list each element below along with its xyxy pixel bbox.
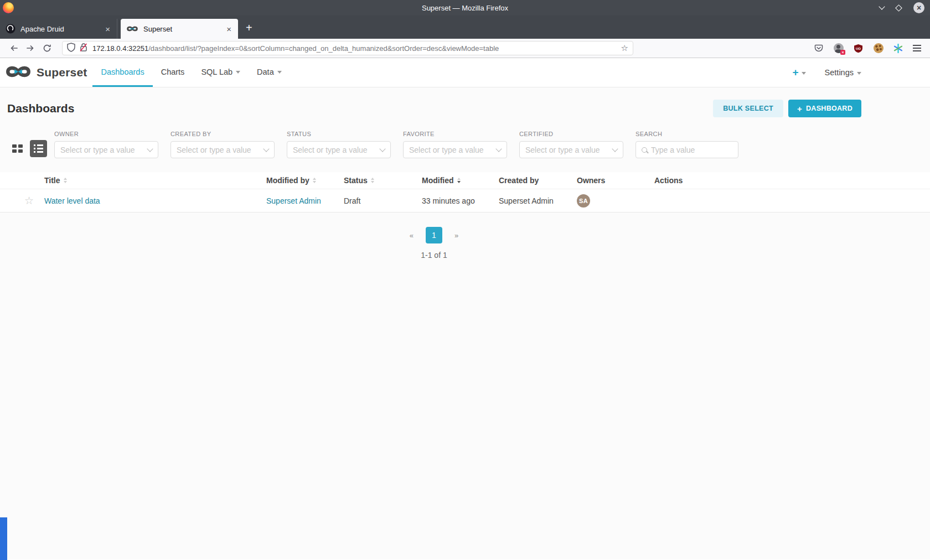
page-title: Dashboards xyxy=(7,102,74,115)
dashboards-table: Title Modified by Status Modified Create… xyxy=(0,172,930,212)
column-header-owners: Owners xyxy=(577,176,654,185)
pagination-count: 1-1 of 1 xyxy=(421,251,447,260)
sort-desc-icon xyxy=(457,178,461,183)
profile-extension-icon[interactable]: × xyxy=(833,43,844,54)
modified-cell: 33 minutes ago xyxy=(422,196,499,205)
table-row: ☆ Water level data Superset Admin Draft … xyxy=(0,189,930,212)
modified-by-link[interactable]: Superset Admin xyxy=(266,196,321,205)
certified-filter-select[interactable] xyxy=(519,141,623,158)
reload-icon[interactable] xyxy=(39,41,55,55)
plus-icon: + xyxy=(792,66,798,79)
status-cell: Draft xyxy=(344,196,422,205)
owner-filter-select[interactable] xyxy=(54,141,158,158)
card-view-icon xyxy=(12,144,23,153)
chevron-down-icon xyxy=(236,71,240,74)
search-icon xyxy=(642,147,647,153)
created-by-filter-select[interactable] xyxy=(170,141,275,158)
tracking-shield-icon[interactable] xyxy=(67,43,75,54)
nav-dashboards[interactable]: Dashboards xyxy=(92,58,152,87)
url-bar[interactable]: 172.18.0.4:32251/dashboard/list/?pageInd… xyxy=(62,41,633,55)
window-maximize-icon[interactable] xyxy=(895,4,902,12)
filter-label-favorite: FAVORITE xyxy=(403,131,507,137)
nav-label: Data xyxy=(257,68,274,76)
window-minimize-icon[interactable] xyxy=(879,3,885,9)
menu-icon[interactable] xyxy=(913,45,921,51)
superset-navbar: Superset Dashboards Charts SQL Lab Data … xyxy=(0,58,930,87)
tab-close-icon[interactable]: × xyxy=(104,24,111,34)
ublock-origin-icon[interactable]: UO xyxy=(853,43,864,54)
nav-label: Charts xyxy=(161,68,185,76)
sort-icon xyxy=(371,178,374,183)
chevron-down-icon xyxy=(857,72,861,75)
filter-label-created-by: CREATED BY xyxy=(170,131,275,137)
filter-label-certified: CERTIFIED xyxy=(519,131,623,137)
druid-favicon-icon xyxy=(6,24,16,34)
table-header-row: Title Modified by Status Modified Create… xyxy=(0,172,930,189)
new-tab-button[interactable]: + xyxy=(238,22,260,39)
pagination-page-1[interactable]: 1 xyxy=(426,227,442,243)
window-titlebar: Superset — Mozilla Firefox × xyxy=(0,0,930,15)
tab-title: Superset xyxy=(143,25,225,33)
pagination-prev-button[interactable]: « xyxy=(410,231,414,240)
tab-superset[interactable]: Superset × xyxy=(121,19,238,39)
pagination-next-button[interactable]: » xyxy=(454,231,458,240)
search-box[interactable] xyxy=(636,141,738,158)
tab-close-icon[interactable]: × xyxy=(225,24,232,34)
column-label: Title xyxy=(44,176,60,185)
column-header-status[interactable]: Status xyxy=(344,176,422,185)
nav-data[interactable]: Data xyxy=(249,58,290,87)
svg-text:UO: UO xyxy=(856,46,861,50)
list-view-toggle[interactable] xyxy=(30,140,47,157)
settings-menu[interactable]: Settings xyxy=(825,68,861,77)
superset-favicon-icon xyxy=(126,25,138,33)
chevron-down-icon xyxy=(277,71,282,74)
asterisk-extension-icon[interactable] xyxy=(893,43,903,54)
insecure-lock-icon[interactable] xyxy=(79,43,88,54)
status-filter-input[interactable] xyxy=(293,146,380,154)
bulk-select-button[interactable]: BULK SELECT xyxy=(713,100,783,117)
brand-name: Superset xyxy=(37,66,87,79)
forward-icon[interactable] xyxy=(22,41,39,55)
chevron-down-icon xyxy=(612,146,618,152)
column-label: Status xyxy=(344,176,368,185)
sort-icon xyxy=(313,178,316,183)
nav-charts[interactable]: Charts xyxy=(153,58,193,87)
new-dashboard-button[interactable]: + DASHBOARD xyxy=(788,100,861,117)
column-label: Modified xyxy=(422,176,454,185)
created-by-filter-input[interactable] xyxy=(177,146,264,154)
column-header-modified-by[interactable]: Modified by xyxy=(266,176,344,185)
favorite-filter-select[interactable] xyxy=(403,141,507,158)
pocket-icon[interactable] xyxy=(813,43,824,54)
owner-filter-input[interactable] xyxy=(60,146,148,154)
nav-label: SQL Lab xyxy=(201,68,232,76)
status-filter-select[interactable] xyxy=(287,141,391,158)
plus-icon: + xyxy=(797,104,802,113)
url-text: 172.18.0.4:32251/dashboard/list/?pageInd… xyxy=(92,44,621,53)
new-item-button[interactable]: + xyxy=(792,66,805,79)
chevron-down-icon xyxy=(147,146,153,152)
window-close-icon[interactable]: × xyxy=(913,2,924,13)
column-label: Created by xyxy=(499,176,539,185)
list-view-icon xyxy=(34,144,43,153)
column-header-title[interactable]: Title xyxy=(44,176,266,185)
bookmark-star-icon[interactable]: ☆ xyxy=(621,43,628,53)
cookie-extension-icon[interactable] xyxy=(873,43,884,54)
search-input[interactable] xyxy=(651,146,732,154)
favorite-star-icon[interactable]: ☆ xyxy=(24,195,34,206)
window-title: Superset — Mozilla Firefox xyxy=(0,4,930,12)
created-by-cell: Superset Admin xyxy=(499,196,577,205)
tab-apache-druid[interactable]: Apache Druid × xyxy=(0,19,117,39)
favorite-filter-input[interactable] xyxy=(409,146,497,154)
back-icon[interactable] xyxy=(6,41,22,55)
column-header-modified[interactable]: Modified xyxy=(422,176,499,185)
filter-label-owner: OWNER xyxy=(54,131,158,137)
tab-bar: Apache Druid × Superset × + xyxy=(0,15,930,39)
certified-filter-input[interactable] xyxy=(525,146,613,154)
dashboard-title-link[interactable]: Water level data xyxy=(44,196,100,205)
column-header-created-by: Created by xyxy=(499,176,577,185)
nav-sql-lab[interactable]: SQL Lab xyxy=(193,58,249,87)
chevron-down-icon xyxy=(263,146,269,152)
column-label: Owners xyxy=(577,176,605,185)
card-view-toggle[interactable] xyxy=(9,140,26,157)
superset-brand[interactable]: Superset xyxy=(0,58,87,87)
